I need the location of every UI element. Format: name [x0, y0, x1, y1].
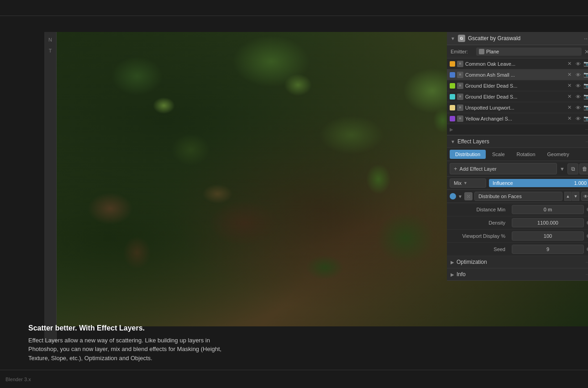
collapse-arrow-icon[interactable]: ▼: [451, 36, 455, 41]
scatter-camera-3[interactable]: 📷: [583, 82, 588, 89]
panel-menu-button[interactable]: ···: [584, 35, 588, 42]
sidebar-left: N T: [44, 32, 57, 342]
effect-layers-header-left: ▼ Effect Layers: [451, 138, 489, 145]
tab-bar: Distribution Scale Rotation Geometry: [447, 148, 588, 161]
layer-delete-button[interactable]: 🗑: [579, 163, 588, 174]
tab-rotation[interactable]: Rotation: [511, 150, 541, 159]
scatter-item[interactable]: ≡ Yellow Archangel S... ✕ 👁 📷: [447, 113, 588, 124]
scatter-actions-4: ✕ 👁 📷: [566, 93, 588, 100]
add-layer-label: Add Effect Layer: [460, 166, 497, 172]
scatter-list: ≡ Common Oak Leave... ✕ 👁 📷 ≡ Common Ash…: [447, 58, 588, 136]
mix-influence-row: Mix ▼ Influence 1.000: [447, 177, 588, 190]
scatter-actions-3: ✕ 👁 📷: [566, 82, 588, 89]
scatter-close-1[interactable]: ✕: [566, 60, 573, 68]
scatter-item[interactable]: ≡ Ground Elder Dead S... ✕ 👁 📷: [447, 91, 588, 102]
viewport-display-row: Viewport Display % 100: [447, 230, 588, 243]
dist-chevron-icon[interactable]: ▼: [458, 194, 462, 199]
bottom-bar: Blender 3.x: [0, 370, 588, 388]
scatter-camera-5[interactable]: 📷: [583, 104, 588, 111]
scatter-list-footer: ▶ ····: [447, 124, 588, 135]
sidebar-icon-1[interactable]: N: [45, 35, 55, 45]
density-value[interactable]: 1100.000: [512, 218, 584, 227]
scatter-item[interactable]: ≡ Unspotted Lungwort... ✕ 👁 📷: [447, 102, 588, 113]
scatter-name-2: Common Ash Small ...: [465, 72, 564, 78]
tab-scale[interactable]: Scale: [487, 150, 510, 159]
distance-min-value[interactable]: 0 m: [512, 205, 584, 214]
density-row: Density 1100.000: [447, 216, 588, 230]
seed-label: Seed: [454, 246, 509, 252]
emitter-label: Emitter:: [451, 49, 473, 54]
dist-eye-button[interactable]: 👁: [581, 192, 588, 201]
add-plus-icon: +: [454, 165, 457, 172]
bottom-text-area: Scatter better. With Effect Layers. Effe…: [28, 317, 302, 370]
scatter-eye-6[interactable]: 👁: [574, 115, 582, 122]
mix-select[interactable]: Mix ▼: [450, 178, 486, 188]
scatter-eye-3[interactable]: 👁: [574, 82, 582, 89]
effect-layers-menu[interactable]: ···: [586, 139, 588, 144]
scatter-actions-5: ✕ 👁 📷: [566, 104, 588, 111]
scatter-name-1: Common Oak Leave...: [465, 61, 564, 67]
panel-header-left: ▼ G Gscatter by Graswald: [451, 35, 520, 42]
bottom-body: Effect Layers allow a new way of scatter…: [28, 336, 302, 363]
distribution-row: ▼ ⁙ Distribute on Faces ▲ ▼ 👁: [447, 190, 588, 203]
scatter-eye-4[interactable]: 👁: [574, 93, 582, 100]
tab-distribution[interactable]: Distribution: [450, 150, 486, 159]
info-section[interactable]: ▶ Info ···: [447, 268, 588, 281]
effect-layers-collapse-icon: ▼: [451, 139, 455, 144]
dist-arrow-down-button[interactable]: ▼: [572, 192, 579, 201]
scatter-close-5[interactable]: ✕: [566, 104, 573, 111]
optimization-section[interactable]: ▶ Optimization ···: [447, 256, 588, 268]
influence-field[interactable]: Influence 1.000: [489, 179, 588, 187]
density-label: Density: [454, 220, 509, 225]
distribute-select[interactable]: Distribute on Faces: [474, 192, 562, 201]
scatter-type-icon-3: ≡: [457, 83, 463, 89]
emitter-value-field[interactable]: Plane: [476, 47, 582, 56]
dist-arrow-up-button[interactable]: ▲: [564, 192, 572, 201]
scatter-eye-2[interactable]: 👁: [574, 71, 582, 79]
scatter-camera-4[interactable]: 📷: [583, 93, 588, 100]
effect-layers-title: Effect Layers: [457, 138, 489, 145]
scatter-camera-2[interactable]: 📷: [583, 71, 588, 79]
viewport-display-value[interactable]: 100: [512, 231, 584, 241]
distribute-label: Distribute on Faces: [478, 194, 522, 199]
dist-type-icon: ⁙: [464, 192, 472, 200]
scatter-item[interactable]: ≡ Ground Elder Dead S... ✕ 👁 📷: [447, 80, 588, 91]
scatter-actions-1: ✕ 👁 📷: [566, 60, 588, 68]
viewport[interactable]: ▼ G Gscatter by Graswald ··· Emitter: Pl…: [57, 32, 588, 326]
dist-arrows: ▲ ▼: [564, 192, 579, 201]
scatter-eye-1[interactable]: 👁: [574, 60, 582, 68]
tab-geometry[interactable]: Geometry: [542, 150, 575, 159]
info-menu[interactable]: ···: [586, 272, 588, 277]
add-layer-row: + Add Effect Layer ▼ ⧉ 🗑: [447, 161, 588, 177]
scatter-name-6: Yellow Archangel S...: [465, 116, 564, 121]
scatter-color-2: [450, 72, 455, 78]
seed-row: Seed 9: [447, 243, 588, 256]
scatter-type-icon-4: ≡: [457, 94, 463, 100]
panel-title: Gscatter by Graswald: [468, 35, 520, 42]
scatter-camera-1[interactable]: 📷: [583, 60, 588, 68]
scatter-close-2[interactable]: ✕: [566, 71, 573, 79]
scatter-camera-6[interactable]: 📷: [583, 115, 588, 122]
scatter-close-6[interactable]: ✕: [566, 115, 573, 122]
add-effect-layer-button[interactable]: + Add Effect Layer: [450, 163, 557, 174]
sidebar-icon-2[interactable]: T: [45, 46, 55, 56]
distance-min-label: Distance Min: [454, 207, 509, 212]
viewport-frame: ▼ G Gscatter by Graswald ··· Emitter: Pl…: [28, 16, 565, 326]
plane-icon: [479, 49, 484, 54]
scatter-actions-6: ✕ 👁 📷: [566, 115, 588, 122]
scatter-eye-5[interactable]: 👁: [574, 104, 582, 111]
mix-label: Mix: [454, 180, 462, 186]
layer-copy-button[interactable]: ⧉: [567, 163, 578, 174]
add-layer-chevron[interactable]: ▼: [559, 166, 566, 172]
scatter-close-3[interactable]: ✕: [566, 82, 573, 89]
seed-value[interactable]: 9: [512, 245, 584, 254]
scatter-name-5: Unspotted Lungwort...: [465, 105, 564, 110]
effect-layers-header[interactable]: ▼ Effect Layers ···: [447, 136, 588, 148]
scatter-item[interactable]: ≡ Common Ash Small ... ✕ 👁 📷: [447, 69, 588, 80]
emitter-row: Emitter: Plane ✕: [447, 45, 588, 58]
scatter-close-4[interactable]: ✕: [566, 93, 573, 100]
emitter-close-button[interactable]: ✕: [584, 48, 588, 55]
viewport-display-label: Viewport Display %: [454, 233, 509, 239]
scatter-item[interactable]: ≡ Common Oak Leave... ✕ 👁 📷: [447, 58, 588, 69]
optimization-menu[interactable]: ···: [586, 260, 588, 265]
